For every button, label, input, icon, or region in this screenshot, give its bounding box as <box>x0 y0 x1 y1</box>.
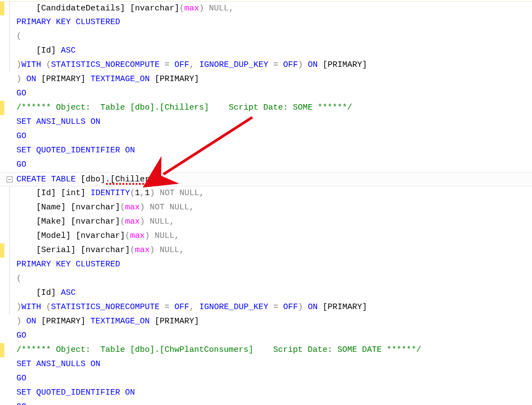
code-line[interactable]: GO <box>0 400 532 405</box>
code-line[interactable]: )WITH (STATISTICS_NORECOMPUTE = OFF, IGN… <box>0 58 532 72</box>
fold-collapse-icon[interactable] <box>7 176 13 182</box>
token: NOT NULL <box>155 189 199 198</box>
code-line[interactable]: )WITH (STATISTICS_NORECOMPUTE = OFF, IGN… <box>0 300 532 315</box>
token: 1 <box>135 189 140 198</box>
token: , <box>189 203 194 212</box>
token: = <box>165 60 169 70</box>
code-line[interactable]: /****** Object: Table [dbo].[ChwPlantCon… <box>0 343 532 357</box>
code-line[interactable]: /****** Object: Table [dbo].[Chillers] S… <box>0 101 532 115</box>
token: ) <box>150 189 155 198</box>
token: ON <box>303 303 322 312</box>
code-line[interactable]: [Id] ASC <box>0 44 532 58</box>
code-line-create-table[interactable]: CREATE TABLE [dbo].[Chillers]( <box>0 172 532 186</box>
token: [PRIMARY] <box>155 317 199 326</box>
token: GO <box>16 160 26 169</box>
token: ( <box>160 175 165 184</box>
code-line[interactable]: SET ANSI_NULLS ON <box>0 115 532 129</box>
code-line[interactable]: [Serial] [nvarchar](max) NULL, <box>0 243 532 258</box>
token: ) <box>150 246 155 255</box>
token: [PRIMARY] <box>155 75 199 84</box>
token: ) <box>298 60 303 70</box>
token-error: .[Chillers] <box>105 175 160 185</box>
token: ON <box>303 60 322 70</box>
token: [PRIMARY] <box>41 317 86 326</box>
code-line[interactable]: [Id] ASC <box>0 286 532 300</box>
code-line[interactable]: SET QUOTED_IDENTIFIER ON <box>0 386 532 400</box>
token: SET <box>16 388 31 397</box>
code-line[interactable]: ) ON [PRIMARY] TEXTIMAGE_ON [PRIMARY] <box>0 72 532 87</box>
token: ASC <box>61 46 76 55</box>
token: ON <box>90 360 100 369</box>
token: [Name] [nvarchar] <box>36 203 120 212</box>
token: OFF <box>278 60 298 70</box>
token: , <box>179 246 184 255</box>
token: STATISTICS_NORECOMPUTE <box>51 303 165 312</box>
code-line[interactable]: [Model] [nvarchar](max) NULL, <box>0 229 532 243</box>
token: GO <box>16 374 26 383</box>
sql-editor[interactable]: [CandidateDetails] [nvarchar](max) NULL,… <box>0 0 532 405</box>
token: ( <box>130 246 135 255</box>
token: ) <box>16 75 21 84</box>
token: IDENTITY <box>90 189 130 198</box>
token: SET <box>16 360 31 369</box>
token: NULL <box>145 217 169 226</box>
token: WITH <box>21 60 46 70</box>
token: GO <box>16 132 26 141</box>
token: GO <box>16 331 26 340</box>
code-line[interactable]: [Make] [nvarchar](max) NULL, <box>0 215 532 229</box>
token: [Model] [nvarchar] <box>36 231 125 241</box>
code-line[interactable]: [Name] [nvarchar](max) NOT NULL, <box>0 201 532 215</box>
token: [PRIMARY] <box>41 75 86 84</box>
token: [PRIMARY] <box>322 303 367 312</box>
code-line[interactable]: GO <box>0 158 532 172</box>
token: [Serial] [nvarchar] <box>36 246 130 255</box>
code-line[interactable]: SET ANSI_NULLS ON <box>0 357 532 372</box>
token: ) <box>16 317 21 326</box>
token: STATISTICS_NORECOMPUTE <box>51 60 165 70</box>
token: TABLE <box>46 175 81 184</box>
code-line[interactable]: GO <box>0 129 532 144</box>
code-line[interactable]: PRIMARY KEY CLUSTERED <box>0 258 532 272</box>
token: max <box>125 217 140 226</box>
token: , <box>169 217 174 226</box>
token: SET <box>16 146 31 155</box>
token: = <box>273 60 278 70</box>
token: [dbo] <box>81 175 105 184</box>
code-line[interactable]: ( <box>0 272 532 286</box>
token: NULL <box>150 231 174 241</box>
code-line[interactable]: [Id] [int] IDENTITY(1,1) NOT NULL, <box>0 186 532 201</box>
token: ON <box>21 75 41 84</box>
code-line[interactable]: GO <box>0 329 532 343</box>
token: SET <box>16 117 31 127</box>
token: ANSI_NULLS <box>31 360 90 369</box>
token: ANSI_NULLS <box>31 117 90 127</box>
token: NOT NULL <box>145 203 189 212</box>
code-line[interactable]: GO <box>0 372 532 386</box>
token: = <box>165 303 169 312</box>
token: ( <box>179 4 184 13</box>
token: TEXTIMAGE_ON <box>86 75 155 84</box>
token: NULL <box>204 4 229 13</box>
token: , <box>229 4 234 13</box>
token: CREATE <box>16 175 46 184</box>
code-line[interactable]: SET QUOTED_IDENTIFIER ON <box>0 144 532 158</box>
token: GO <box>16 402 26 405</box>
code-line[interactable]: PRIMARY KEY CLUSTERED <box>0 15 532 30</box>
token: ) <box>145 231 150 241</box>
token: ON <box>125 146 135 155</box>
token: ( <box>120 203 125 212</box>
token: ( <box>130 189 135 198</box>
code-line[interactable]: GO <box>0 87 532 101</box>
token: , <box>199 189 204 198</box>
token: GO <box>16 89 26 98</box>
token: OFF <box>169 60 189 70</box>
code-line[interactable]: ) ON [PRIMARY] TEXTIMAGE_ON [PRIMARY] <box>0 315 532 329</box>
token: ON <box>90 117 100 127</box>
code-line[interactable]: [CandidateDetails] [nvarchar](max) NULL, <box>0 1 532 15</box>
token: ) <box>16 303 21 312</box>
token: [CandidateDetails] [nvarchar] <box>36 4 179 13</box>
token: 1 <box>145 189 150 198</box>
token: QUOTED_IDENTIFIER <box>31 388 125 397</box>
code-line[interactable]: ( <box>0 30 532 44</box>
token: , <box>189 303 194 312</box>
